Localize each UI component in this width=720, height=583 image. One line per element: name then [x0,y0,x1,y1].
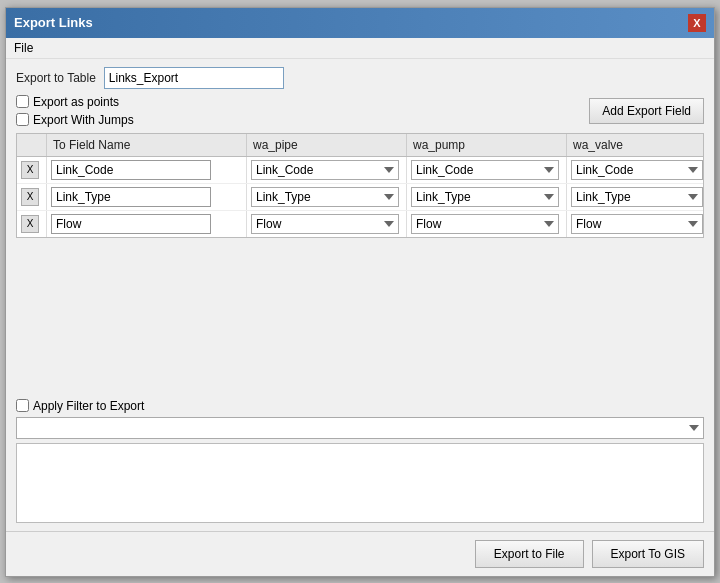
table-row: X Link_Code Link_Type Flow Link_Code Lin… [17,157,703,184]
row1-wa-pump-cell: Link_Code Link_Type Flow [407,157,567,183]
row2-wa-pump-cell: Link_Code Link_Type Flow [407,184,567,210]
field-mapping-grid: To Field Name wa_pipe wa_pump wa_valve X… [16,133,704,238]
export-to-table-label: Export to Table [16,71,96,85]
grid-header-wa-valve: wa_valve [567,134,707,156]
row2-wa-valve-cell: Link_Code Link_Type Flow [567,184,707,210]
row3-wa-valve-select[interactable]: Link_Code Link_Type Flow [571,214,703,234]
table-row: X Link_Code Link_Type Flow Link_Code Lin… [17,211,703,237]
checkboxes-row: Export as points Export With Jumps Add E… [16,95,704,127]
row3-x-cell: X [17,211,47,237]
row1-wa-pipe-cell: Link_Code Link_Type Flow [247,157,407,183]
row1-field-name-cell [47,157,247,183]
grid-header-empty [17,134,47,156]
export-as-points-checkbox[interactable] [16,95,29,108]
row1-wa-valve-select[interactable]: Link_Code Link_Type Flow [571,160,703,180]
menu-bar: File [6,38,714,59]
export-with-jumps-label: Export With Jumps [33,113,134,127]
row1-x-cell: X [17,157,47,183]
apply-filter-checkbox[interactable] [16,399,29,412]
row3-field-name-cell [47,211,247,237]
table-row: X Link_Code Link_Type Flow Link_Code Lin… [17,184,703,211]
export-as-points-label: Export as points [33,95,119,109]
row2-wa-pump-select[interactable]: Link_Code Link_Type Flow [411,187,559,207]
file-menu[interactable]: File [14,41,33,55]
row1-field-name-input[interactable] [51,160,211,180]
row3-wa-pipe-cell: Link_Code Link_Type Flow [247,211,407,237]
export-filename-input[interactable] [104,67,284,89]
grid-header-wa-pipe: wa_pipe [247,134,407,156]
row3-delete-button[interactable]: X [21,215,39,233]
row3-wa-pump-cell: Link_Code Link_Type Flow [407,211,567,237]
filter-textarea[interactable] [16,443,704,523]
row2-delete-button[interactable]: X [21,188,39,206]
row3-wa-pipe-select[interactable]: Link_Code Link_Type Flow [251,214,399,234]
filter-dropdown[interactable] [16,417,704,439]
row3-field-name-input[interactable] [51,214,211,234]
add-export-field-button[interactable]: Add Export Field [589,98,704,124]
export-as-points-row: Export as points [16,95,134,109]
export-with-jumps-checkbox[interactable] [16,113,29,126]
row1-wa-valve-cell: Link_Code Link_Type Flow [567,157,707,183]
row1-wa-pipe-select[interactable]: Link_Code Link_Type Flow [251,160,399,180]
filter-section: Apply Filter to Export [16,399,704,523]
export-to-gis-button[interactable]: Export To GIS [592,540,704,568]
row2-wa-pipe-cell: Link_Code Link_Type Flow [247,184,407,210]
row2-field-name-cell [47,184,247,210]
row3-wa-pump-select[interactable]: Link_Code Link_Type Flow [411,214,559,234]
apply-filter-label: Apply Filter to Export [33,399,144,413]
grid-header-field-name: To Field Name [47,134,247,156]
filter-dropdown-row [16,417,704,439]
close-button[interactable]: X [688,14,706,32]
row2-wa-valve-select[interactable]: Link_Code Link_Type Flow [571,187,703,207]
row1-wa-pump-select[interactable]: Link_Code Link_Type Flow [411,160,559,180]
dialog-content: Export to Table Export as points Export … [6,59,714,531]
row1-delete-button[interactable]: X [21,161,39,179]
row2-x-cell: X [17,184,47,210]
export-to-file-button[interactable]: Export to File [475,540,584,568]
export-links-dialog: Export Links X File Export to Table Expo… [5,7,715,577]
row2-wa-pipe-select[interactable]: Link_Code Link_Type Flow [251,187,399,207]
row3-wa-valve-cell: Link_Code Link_Type Flow [567,211,707,237]
apply-filter-row: Apply Filter to Export [16,399,704,413]
dialog-title: Export Links [14,15,93,30]
bottom-bar: Export to File Export To GIS [6,531,714,576]
export-with-jumps-row: Export With Jumps [16,113,134,127]
grid-header: To Field Name wa_pipe wa_pump wa_valve [17,134,703,157]
export-to-table-row: Export to Table [16,67,704,89]
row2-field-name-input[interactable] [51,187,211,207]
grid-header-wa-pump: wa_pump [407,134,567,156]
title-bar: Export Links X [6,8,714,38]
middle-spacer [16,244,704,393]
